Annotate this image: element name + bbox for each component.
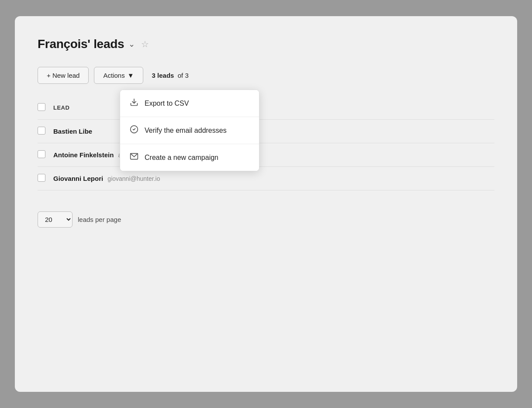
actions-label: Actions xyxy=(103,72,124,79)
export-csv-label: Export to CSV xyxy=(145,100,189,107)
lead-name: Bastien Libe xyxy=(53,128,92,135)
row-checkbox[interactable] xyxy=(38,150,45,158)
lead-name: Giovanni Lepori xyxy=(53,175,103,182)
table-row: Giovanni Lepori giovanni@hunter.io xyxy=(38,167,494,190)
actions-dropdown-menu: Export to CSV Verify the email addresses xyxy=(120,90,259,171)
verify-email-label: Verify the email addresses xyxy=(145,127,227,135)
leads-table: LEAD Bastien Libe Antoine Finkelstein an… xyxy=(38,96,494,190)
actions-chevron-icon: ▼ xyxy=(128,72,134,79)
row-checkbox-cell xyxy=(38,120,53,143)
leads-count-rest: of 3 xyxy=(178,72,189,79)
row-checkbox-cell xyxy=(38,143,53,167)
row-checkbox[interactable] xyxy=(38,174,45,182)
page-title: François' leads xyxy=(38,37,124,51)
actions-button[interactable]: Actions ▼ xyxy=(94,67,143,84)
table-row: Bastien Libe xyxy=(38,120,494,143)
toolbar: + New lead Actions ▼ 3 leads of 3 Export… xyxy=(38,67,494,84)
row-checkbox-cell xyxy=(38,167,53,190)
page-header: François' leads ⌄ ☆ xyxy=(38,37,494,51)
row-checkbox[interactable] xyxy=(38,127,45,135)
table-row: Antoine Finkelstein antoine@hunter.io xyxy=(38,143,494,167)
dropdown-item-export[interactable]: Export to CSV xyxy=(120,90,259,117)
check-circle-icon xyxy=(130,125,138,136)
per-page-label: leads per page xyxy=(78,216,121,223)
envelope-icon xyxy=(130,152,138,163)
dropdown-item-verify[interactable]: Verify the email addresses xyxy=(120,117,259,144)
dropdown-item-campaign[interactable]: Create a new campaign xyxy=(120,144,259,171)
title-chevron-icon[interactable]: ⌄ xyxy=(128,39,135,49)
pagination-bar: 20 50 100 leads per page xyxy=(38,211,494,228)
row-lead-cell: Giovanni Lepori giovanni@hunter.io xyxy=(53,167,494,190)
leads-count: 3 leads of 3 xyxy=(152,72,189,79)
leads-count-bold: 3 leads xyxy=(152,72,174,79)
lead-email: giovanni@hunter.io xyxy=(107,175,160,182)
create-campaign-label: Create a new campaign xyxy=(145,154,218,162)
favorite-star-icon[interactable]: ☆ xyxy=(141,39,149,49)
lead-name: Antoine Finkelstein xyxy=(53,151,114,159)
select-all-checkbox[interactable] xyxy=(38,103,45,111)
main-card: François' leads ⌄ ☆ + New lead Actions ▼… xyxy=(15,16,517,392)
new-lead-button[interactable]: + New lead xyxy=(38,67,89,84)
download-icon xyxy=(130,98,138,109)
header-checkbox-col xyxy=(38,96,53,120)
per-page-select[interactable]: 20 50 100 xyxy=(38,211,73,228)
